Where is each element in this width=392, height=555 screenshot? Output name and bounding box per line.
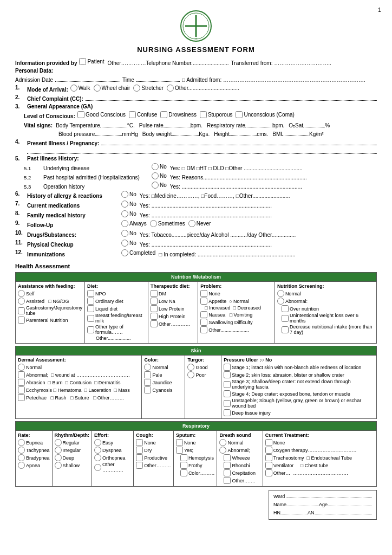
present-illness: 4. Present Illness / Pregnancy: <box>15 139 377 154</box>
follow-up: 9. Follow-Up Always Sometimes Never <box>15 220 377 228</box>
skin-header: Skin <box>16 346 377 356</box>
form-title: NURSING ASSESSMENT FORM <box>15 46 377 54</box>
past-illness: 5. Past Illness History: <box>15 156 377 162</box>
chief-complaint: 2. Chief Complaint (CC): <box>15 94 377 102</box>
ward-box: Ward . Name Age HN AN <box>269 490 377 520</box>
past-hospital: 5.2 Past hospital admitted (Hospitalizat… <box>15 172 377 180</box>
health-assessment-title: Health Assessment <box>15 263 377 269</box>
physical-checkup: 11. Physical Checkup No Yes: ...........… <box>15 240 377 248</box>
family-medical: 8. Family medical history No Yes: ......… <box>15 210 377 218</box>
patient-checkbox[interactable]: Patient <box>79 58 104 65</box>
rhythm-col: Rhythm/Depth: Regular Irregular Deep Sha… <box>52 431 92 487</box>
problem-col: Problem: None Appetite ○ Normal □ Increa… <box>198 282 275 344</box>
svg-text:✦: ✦ <box>195 37 197 40</box>
underlying-disease: 5.1 Underlying disease No Yes: □ DM □HT … <box>15 163 377 171</box>
color-col: Color: Normal Pale Jaundice Cyanosis <box>142 356 185 419</box>
general-appearance: 3. General Appearance (GA) <box>15 104 377 109</box>
personal-data-label: Personal Data: <box>15 68 377 74</box>
screening-col: Nutrition Screening: Normal Abnormal: Ov… <box>275 282 376 344</box>
pressure-ulcer-col: Pressure Ulcer :○ No Stage 1; intact ski… <box>221 356 377 419</box>
respiratory-header: Respiratory <box>16 422 377 431</box>
vital-signs-row1: Vital signs: Body Temperature°C. Pulse r… <box>15 121 377 128</box>
assistance-col: Assistance with feeding: Self Assisted □… <box>16 282 85 344</box>
dermal-col: Dermal Assessment: Normal Abnormal; □ wo… <box>16 356 142 419</box>
current-medications: 7. Current medications No Yes: .........… <box>15 201 377 209</box>
admission-date-row: Admission Date Time □ Admitted from: ………… <box>15 75 377 83</box>
respiratory-table: Respiratory Rate: Eupnea Tachypnea Brady… <box>15 421 377 487</box>
turgor-col: Turgor: Good Poor <box>185 356 221 419</box>
nutrition-header: Nutrition /Metabolism <box>16 273 377 282</box>
sputum-col: Sputum: None Yes; Hemoptysis Frothy Colo… <box>173 431 217 487</box>
cough-col: Cough: None Dry Productive Other……… <box>134 431 174 487</box>
info-provided-row: Information provided by Patient Other………… <box>15 58 377 66</box>
vital-signs-row2: Blood pressuremmHg Body weightKgs. Heigh… <box>15 130 377 137</box>
drugs-substances: 10. Drugs/Substances: No Yes: Tobacco...… <box>15 230 377 238</box>
level-of-conscious: Level of Conscious: Good Conscious Confu… <box>15 111 377 119</box>
skin-table: Skin Dermal Assessment: Normal Abnormal;… <box>15 346 377 419</box>
page-number: 1 <box>378 7 381 13</box>
operation-history: 5.3 Operation history No Yes: ..........… <box>15 182 377 190</box>
effort-col: Effort: Easy Dyspnea Orthopnea Other ………… <box>92 431 134 487</box>
breath-sound-col: Breath sound Normal Abnormal; Wheeze Rho… <box>217 431 263 487</box>
allergy-history: 6. History of allergy & reactions No Yes… <box>15 191 377 199</box>
current-treatment-col: Current Treatment: None Oxygen therapy……… <box>263 431 376 487</box>
mode-of-arrival: 1. Mode of Arrival: Walk Wheel chair Str… <box>15 85 377 93</box>
nutrition-table: Nutrition /Metabolism Assistance with fe… <box>15 272 377 344</box>
therapeutic-col: Therapeutic diet: DM Low Na Low Protein … <box>148 282 198 344</box>
rate-col: Rate: Eupnea Tachypnea Bradypnea Apnea <box>16 431 53 487</box>
diet-col: Diet: NPO Ordinary diet Liquid diet Brea… <box>85 282 148 344</box>
immunizations: 12. Immunizations Completed □ In complet… <box>15 249 377 257</box>
hospital-logo: ✦ <box>180 10 212 42</box>
